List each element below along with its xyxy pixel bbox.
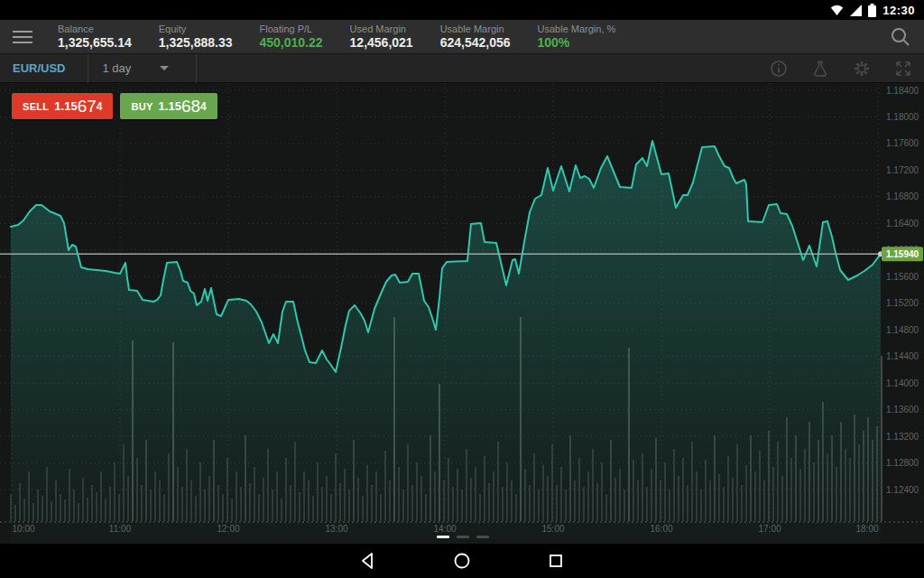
svg-text:1.15600: 1.15600 (886, 272, 919, 282)
chevron-down-icon (160, 66, 169, 70)
buy-label: BUY (131, 101, 152, 112)
account-header: Balance 1,325,655.14 Equity 1,325,888.33… (0, 20, 924, 54)
buy-price-tail: 4 (200, 100, 207, 113)
trade-buttons: SELL 1.15 67 4 BUY 1.15 68 4 (12, 93, 217, 119)
svg-text:1.14000: 1.14000 (886, 378, 919, 388)
search-icon[interactable] (890, 26, 911, 51)
svg-text:1.16800: 1.16800 (886, 191, 919, 201)
svg-text:1.18400: 1.18400 (886, 86, 919, 96)
buy-price-big: 68 (181, 93, 200, 119)
svg-text:1.14800: 1.14800 (886, 325, 919, 335)
buy-price-prefix: 1.15 (159, 99, 181, 113)
chart-canvas[interactable]: 1.184001.180001.176001.172001.168001.164… (0, 83, 924, 544)
svg-text:18:00: 18:00 (855, 524, 878, 534)
buy-button[interactable]: BUY 1.15 68 4 (120, 93, 217, 119)
svg-text:1.17200: 1.17200 (886, 165, 919, 175)
app-screen: 12:30 Balance 1,325,655.14 Equity 1,325,… (0, 0, 924, 578)
svg-text:10:00: 10:00 (12, 524, 34, 534)
nav-back-icon[interactable] (358, 551, 378, 571)
svg-text:16:00: 16:00 (650, 524, 672, 534)
stat-balance: Balance 1,325,655.14 (58, 23, 132, 50)
info-icon[interactable] (769, 59, 789, 79)
page-indicator (437, 536, 489, 538)
battery-icon (868, 4, 876, 17)
settings-gear-icon[interactable] (852, 59, 872, 79)
svg-text:1.15200: 1.15200 (886, 298, 919, 308)
stat-usable-margin: Usable Margin 624,542,056 (440, 23, 511, 50)
chart-toolbar: EUR/USD 1 day (0, 54, 924, 83)
stat-equity: Equity 1,325,888.33 (159, 23, 233, 50)
symbol-tab[interactable]: EUR/USD (0, 61, 88, 75)
price-axis-labels: 1.184001.180001.176001.172001.168001.164… (886, 86, 919, 495)
svg-text:1.13600: 1.13600 (886, 405, 919, 415)
svg-text:1.17600: 1.17600 (886, 138, 919, 148)
price-chart[interactable]: 1.184001.180001.176001.172001.168001.164… (0, 83, 924, 544)
svg-text:15:00: 15:00 (541, 524, 564, 534)
signal-icon (850, 5, 862, 16)
sell-price-big: 67 (78, 93, 97, 119)
sell-label: SELL (23, 101, 49, 112)
svg-text:13:00: 13:00 (325, 524, 347, 534)
page-dot[interactable] (476, 536, 489, 538)
account-stats: Balance 1,325,655.14 Equity 1,325,888.33… (58, 23, 615, 50)
fullscreen-expand-icon[interactable] (893, 59, 913, 79)
area-fill (11, 141, 881, 544)
page-dot-active[interactable] (437, 536, 449, 538)
stat-floating-pl: Floating P/L 450,010.22 (260, 23, 323, 50)
hamburger-menu-icon[interactable] (0, 31, 45, 43)
wifi-icon (830, 4, 844, 16)
timeframe-label: 1 day (103, 61, 132, 75)
svg-text:1.12400: 1.12400 (886, 485, 919, 495)
status-bar: 12:30 (0, 0, 924, 20)
toolbar-icons (769, 59, 924, 79)
svg-text:14:00: 14:00 (433, 524, 456, 534)
svg-text:1.12800: 1.12800 (886, 458, 919, 468)
svg-text:1.14400: 1.14400 (886, 351, 919, 361)
sell-price-prefix: 1.15 (54, 99, 77, 113)
stat-used-margin: Used Margin 12,456,021 (350, 23, 413, 50)
svg-text:1.15940: 1.15940 (886, 249, 919, 259)
nav-home-icon[interactable] (452, 551, 472, 571)
indicators-flask-icon[interactable] (810, 59, 830, 79)
svg-text:1.16400: 1.16400 (886, 219, 919, 228)
clock: 12:30 (882, 4, 915, 17)
svg-text:12:00: 12:00 (217, 524, 239, 534)
page-dot[interactable] (457, 536, 469, 538)
stat-usable-margin-pct: Usable Margin, % 100% (538, 23, 616, 50)
svg-text:1.18000: 1.18000 (886, 112, 919, 122)
svg-text:11:00: 11:00 (109, 524, 132, 534)
sell-button[interactable]: SELL 1.15 67 4 (12, 93, 113, 119)
svg-text:17:00: 17:00 (758, 524, 781, 534)
timeframe-selector[interactable]: 1 day (88, 61, 197, 75)
android-nav-bar (0, 544, 924, 578)
nav-recents-icon[interactable] (546, 551, 566, 571)
svg-text:1.13200: 1.13200 (886, 432, 919, 442)
sell-price-tail: 4 (97, 100, 103, 113)
